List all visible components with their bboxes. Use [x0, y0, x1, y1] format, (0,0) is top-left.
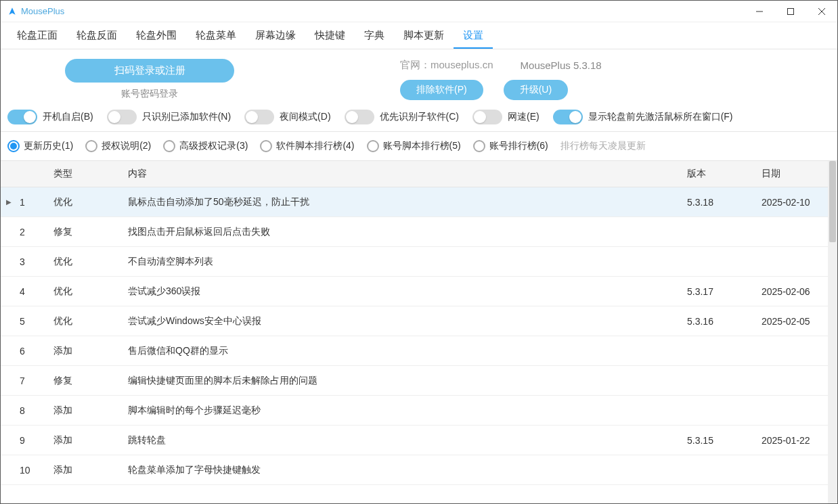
radio-2[interactable]: 高级授权记录(3): [163, 140, 248, 152]
toggle-switch-5[interactable]: [553, 110, 583, 124]
scrollbar-thumb[interactable]: [829, 161, 836, 242]
cell-content: 尝试减少Windows安全中心误报: [123, 308, 682, 334]
col-index[interactable]: [14, 161, 48, 187]
radio-label-4: 账号脚本排行榜(5): [383, 140, 461, 152]
upgrade-button[interactable]: 升级(U): [504, 80, 568, 100]
table-row[interactable]: 9添加跳转轮盘5.3.152025-01-22: [1, 426, 837, 455]
menu-2[interactable]: 轮盘外围: [127, 24, 186, 47]
radio-label-3: 软件脚本排行榜(4): [276, 140, 354, 152]
radio-3[interactable]: 软件脚本排行榜(4): [260, 140, 354, 152]
cell-version: 5.3.18: [682, 190, 756, 214]
row-marker: [1, 463, 14, 477]
radio-5[interactable]: 账号排行榜(6): [473, 140, 548, 152]
table-header: 类型 内容 版本 日期: [1, 161, 837, 187]
col-version[interactable]: 版本: [682, 161, 756, 187]
row-marker: [1, 285, 14, 298]
cell-version: [682, 344, 756, 358]
cell-content: 售后微信和QQ群的显示: [123, 338, 682, 364]
password-login-link[interactable]: 账号密码登录: [121, 88, 178, 100]
table-row[interactable]: 7修复编辑快捷键页面里的脚本后未解除占用的问题: [1, 366, 837, 396]
toggle-switch-1[interactable]: [107, 110, 137, 124]
minimize-button[interactable]: [744, 1, 775, 22]
menu-3[interactable]: 轮盘菜单: [186, 24, 246, 47]
radio-circle-2[interactable]: [163, 140, 175, 152]
vertical-scrollbar[interactable]: [828, 161, 837, 503]
cell-index: 1: [14, 190, 48, 214]
radio-4[interactable]: 账号脚本排行榜(5): [367, 140, 461, 152]
cell-version: 5.3.15: [682, 428, 756, 453]
menu-6[interactable]: 字典: [355, 24, 394, 47]
radio-label-0: 更新历史(1): [24, 140, 73, 152]
radio-1[interactable]: 授权说明(2): [85, 140, 151, 152]
cell-date: [756, 255, 837, 269]
menu-0[interactable]: 轮盘正面: [7, 24, 67, 47]
toggle-switch-2[interactable]: [244, 110, 274, 124]
table-row[interactable]: 6添加售后微信和QQ群的显示: [1, 336, 837, 366]
row-marker: [1, 374, 14, 388]
app-logo-icon: [7, 7, 17, 16]
cell-index: 2: [14, 220, 48, 244]
toggle-5: 显示轮盘前先激活鼠标所在窗口(F): [553, 110, 733, 124]
toggle-4: 网速(E): [472, 110, 539, 124]
toggle-label-3: 优先识别子软件(C): [380, 111, 459, 123]
header-area: 扫码登录或注册 账号密码登录 官网：mouseplus.cn MousePlus…: [1, 49, 837, 106]
table-row[interactable]: 4优化尝试减少360误报5.3.172025-02-06: [1, 277, 837, 306]
toggle-label-1: 只识别已添加软件(N): [142, 111, 231, 123]
toggle-label-0: 开机自启(B): [43, 111, 93, 123]
menubar: 轮盘正面轮盘反面轮盘外围轮盘菜单屏幕边缘快捷键字典脚本更新设置: [1, 22, 837, 49]
cell-content: 脚本编辑时的每个步骤延迟毫秒: [123, 398, 682, 423]
table-row[interactable]: 8添加脚本编辑时的每个步骤延迟毫秒: [1, 396, 837, 426]
menu-7[interactable]: 脚本更新: [394, 24, 454, 47]
toggle-switch-4[interactable]: [472, 110, 502, 124]
menu-1[interactable]: 轮盘反面: [67, 24, 127, 47]
radio-circle-1[interactable]: [85, 140, 97, 152]
row-marker: [1, 434, 14, 447]
radio-circle-5[interactable]: [473, 140, 485, 152]
cell-version: [682, 463, 756, 477]
menu-8[interactable]: 设置: [454, 24, 493, 49]
official-site-label[interactable]: 官网：mouseplus.cn: [400, 59, 493, 72]
table-row[interactable]: 10添加轮盘菜单添加了字母快捷键触发: [1, 455, 837, 485]
menu-4[interactable]: 屏幕边缘: [246, 24, 305, 47]
table-row[interactable]: 5优化尝试减少Windows安全中心误报5.3.162025-02-05: [1, 306, 837, 336]
cell-content: 不自动清空脚本列表: [123, 249, 682, 275]
cell-type: 优化: [48, 249, 123, 275]
exclude-software-button[interactable]: 排除软件(P): [400, 80, 483, 100]
radio-0[interactable]: 更新历史(1): [7, 140, 73, 152]
row-marker: [1, 225, 14, 239]
toggle-switch-3[interactable]: [345, 110, 374, 124]
cell-version: [682, 255, 756, 269]
cell-content: 编辑快捷键页面里的脚本后未解除占用的问题: [123, 368, 682, 394]
scan-login-button[interactable]: 扫码登录或注册: [65, 59, 234, 83]
row-marker: ▶: [1, 191, 14, 212]
row-marker: [1, 344, 14, 358]
radio-circle-0[interactable]: [7, 140, 20, 152]
cell-type: 添加: [48, 457, 123, 483]
table-row[interactable]: 2修复找图点击开启鼠标返回后点击失败: [1, 217, 837, 247]
maximize-button[interactable]: [775, 1, 806, 22]
cell-index: 7: [14, 369, 48, 393]
toggle-0: 开机自启(B): [7, 110, 93, 124]
table-row[interactable]: 3优化不自动清空脚本列表: [1, 247, 837, 277]
cell-index: 10: [14, 458, 48, 482]
titlebar[interactable]: MousePlus: [1, 1, 837, 22]
ranking-hint: 排行榜每天凌晨更新: [560, 140, 646, 152]
col-type[interactable]: 类型: [48, 161, 123, 187]
close-button[interactable]: [806, 1, 837, 22]
radio-circle-4[interactable]: [367, 140, 379, 152]
toggle-label-5: 显示轮盘前先激活鼠标所在窗口(F): [588, 111, 733, 123]
version-label: MousePlus 5.3.18: [521, 60, 602, 71]
radio-circle-3[interactable]: [260, 140, 272, 152]
col-date[interactable]: 日期: [756, 161, 837, 187]
cell-index: 8: [14, 398, 48, 423]
cell-content: 轮盘菜单添加了字母快捷键触发: [123, 457, 682, 483]
table-row[interactable]: ▶1优化鼠标点击自动添加了50毫秒延迟，防止干扰5.3.182025-02-10: [1, 187, 837, 217]
cell-date: [756, 344, 837, 358]
cell-type: 添加: [48, 398, 123, 423]
cell-type: 添加: [48, 338, 123, 364]
cell-date: 2025-01-22: [756, 428, 837, 453]
radio-label-1: 授权说明(2): [102, 140, 151, 152]
menu-5[interactable]: 快捷键: [305, 24, 355, 47]
toggle-switch-0[interactable]: [7, 110, 37, 124]
col-content[interactable]: 内容: [123, 161, 682, 187]
